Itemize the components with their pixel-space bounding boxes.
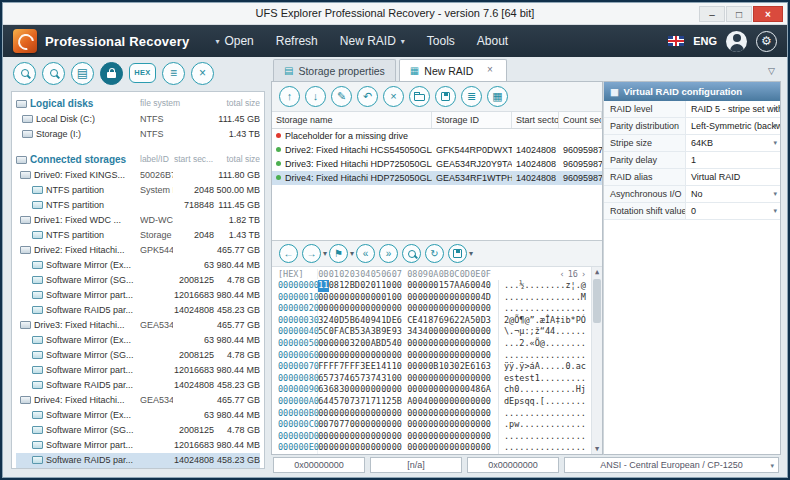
hex-byte[interactable]: 00 [470, 408, 481, 420]
hex-byte[interactable]: D5 [339, 315, 350, 327]
hex-byte[interactable]: 3E [360, 361, 371, 373]
cursor-position-field[interactable]: 0x00000000 [273, 457, 365, 473]
hex-byte[interactable]: 02 [360, 280, 371, 292]
hex-byte[interactable]: 00 [407, 361, 418, 373]
hex-byte[interactable]: 00 [418, 280, 429, 292]
hex-byte[interactable]: 00 [449, 442, 460, 454]
hex-byte[interactable]: A6 [460, 280, 471, 292]
hex-byte[interactable]: 45 [329, 396, 340, 408]
move-down-icon[interactable]: ↓ [305, 86, 326, 107]
user-account-icon[interactable] [726, 31, 747, 52]
raid-level-value[interactable]: RAID 5 - stripe set with▾ [686, 101, 780, 117]
bookmark-icon[interactable]: ⚑ [329, 244, 348, 263]
hex-byte[interactable]: 00 [481, 431, 492, 443]
hex-byte[interactable]: 69 [439, 315, 450, 327]
hex-byte[interactable]: 00 [460, 384, 471, 396]
hex-byte[interactable]: 00 [381, 419, 392, 431]
hex-byte[interactable]: 2E [460, 361, 471, 373]
save-caret[interactable]: ▾ [469, 249, 473, 258]
hex-byte[interactable]: 00 [428, 408, 439, 420]
hex-byte[interactable]: 00 [428, 442, 439, 454]
hex-byte[interactable]: 00 [318, 408, 329, 420]
hex-byte[interactable]: 04 [418, 396, 429, 408]
parity-distribution-value[interactable]: Left-Symmetric (backw▾ [686, 118, 780, 134]
hex-byte[interactable]: 73 [329, 373, 340, 385]
hex-byte[interactable]: 40 [329, 315, 340, 327]
raid-alias-value[interactable]: Virtual RAID [686, 169, 780, 185]
hex-byte[interactable]: 00 [449, 338, 460, 350]
hex-byte[interactable]: E1 [371, 361, 382, 373]
hex-byte[interactable]: 30 [449, 361, 460, 373]
hex-byte[interactable]: 00 [381, 303, 392, 315]
hex-byte[interactable]: 00 [360, 338, 371, 350]
hex-byte[interactable]: 00 [371, 350, 382, 362]
hex-byte[interactable]: 00 [360, 419, 371, 431]
hex-byte[interactable]: 12 [381, 396, 392, 408]
hex-byte[interactable]: 00 [418, 338, 429, 350]
hex-byte[interactable]: 00 [428, 384, 439, 396]
hex-byte[interactable]: 5C [318, 326, 329, 338]
hex-byte[interactable]: 00 [439, 373, 450, 385]
hex-byte[interactable]: 00 [418, 442, 429, 454]
hex-byte[interactable]: 00 [350, 408, 361, 420]
hex-byte[interactable]: 00 [460, 350, 471, 362]
hex-byte[interactable]: 00 [449, 396, 460, 408]
hex-byte[interactable]: 00 [428, 431, 439, 443]
hex-byte[interactable]: 00 [407, 431, 418, 443]
menu-new-raid[interactable]: New RAID▾ [330, 30, 415, 52]
hex-byte[interactable]: 2A [460, 315, 471, 327]
value-field[interactable]: [n/a] [370, 457, 462, 473]
tab-storage-properties[interactable]: ▤Storage properties [273, 59, 396, 81]
hex-byte[interactable]: 65 [350, 373, 361, 385]
hex-byte[interactable]: 00 [329, 408, 340, 420]
tab-close-icon[interactable]: × [483, 64, 496, 77]
hex-byte[interactable]: 00 [360, 350, 371, 362]
hex-byte[interactable]: 00 [360, 408, 371, 420]
hex-byte[interactable]: 00 [318, 419, 329, 431]
hex-byte[interactable]: 00 [470, 326, 481, 338]
hex-byte[interactable]: 00 [318, 303, 329, 315]
hex-byte[interactable]: 41 [381, 361, 392, 373]
history-caret[interactable]: ▾ [323, 249, 327, 258]
hex-byte[interactable]: 40 [360, 315, 371, 327]
hex-byte[interactable]: 00 [318, 431, 329, 443]
hex-ascii[interactable]: ................ [498, 303, 586, 315]
hex-byte[interactable]: 00 [407, 350, 418, 362]
hex-ascii[interactable]: ................ [498, 442, 586, 454]
hex-byte[interactable]: 00 [418, 292, 429, 304]
hex-byte[interactable]: 00 [418, 373, 429, 385]
hex-byte[interactable]: 00 [329, 292, 340, 304]
hex-byte[interactable]: 00 [329, 442, 340, 454]
hex-byte[interactable]: 00 [392, 384, 403, 396]
hex-ascii[interactable]: dEpsqq.[........ [498, 396, 586, 408]
hex-byte[interactable]: 00 [449, 292, 460, 304]
hex-ascii[interactable]: ................ [498, 350, 586, 362]
storage-item-storage-i[interactable]: Storage (I:)NTFS1.43 TB [16, 127, 260, 142]
hex-byte[interactable]: 00 [329, 303, 340, 315]
menu-about[interactable]: About [467, 30, 518, 52]
storage-item-ntfs-partition[interactable]: NTFS partitionSystem Reser...2048500.00 … [16, 183, 260, 198]
move-up-icon[interactable]: ↑ [279, 86, 300, 107]
hex-ascii[interactable]: ÿÿ.ÿ>áA.....0.ac [498, 361, 586, 373]
column-header-count-sec[interactable]: Count sec... [559, 112, 602, 128]
back-icon[interactable]: ← [279, 244, 298, 263]
hex-byte[interactable]: 00 [350, 442, 361, 454]
hex-byte[interactable]: B6 [350, 315, 361, 327]
hex-ascii[interactable]: ................ [498, 408, 586, 420]
hex-byte[interactable]: 00 [439, 384, 450, 396]
tab-new-raid[interactable]: ▦New RAID× [399, 59, 507, 81]
hex-ascii[interactable]: estest1......... [498, 373, 586, 385]
hex-byte[interactable]: 01 [371, 280, 382, 292]
hex-byte[interactable]: 63 [481, 361, 492, 373]
hex-byte[interactable]: 00 [428, 280, 439, 292]
hex-byte[interactable]: 71 [371, 396, 382, 408]
search-icon[interactable] [13, 62, 36, 85]
scan-storage-icon[interactable] [42, 62, 65, 85]
hex-byte[interactable]: 00 [329, 431, 340, 443]
remove-icon[interactable]: × [383, 86, 404, 107]
hex-byte[interactable]: 00 [418, 350, 429, 362]
hex-byte[interactable]: 00 [449, 408, 460, 420]
hex-byte[interactable]: 00 [470, 338, 481, 350]
hex-ascii[interactable]: ...2.«Õ@........ [498, 338, 586, 350]
hex-byte[interactable]: 10 [439, 361, 450, 373]
